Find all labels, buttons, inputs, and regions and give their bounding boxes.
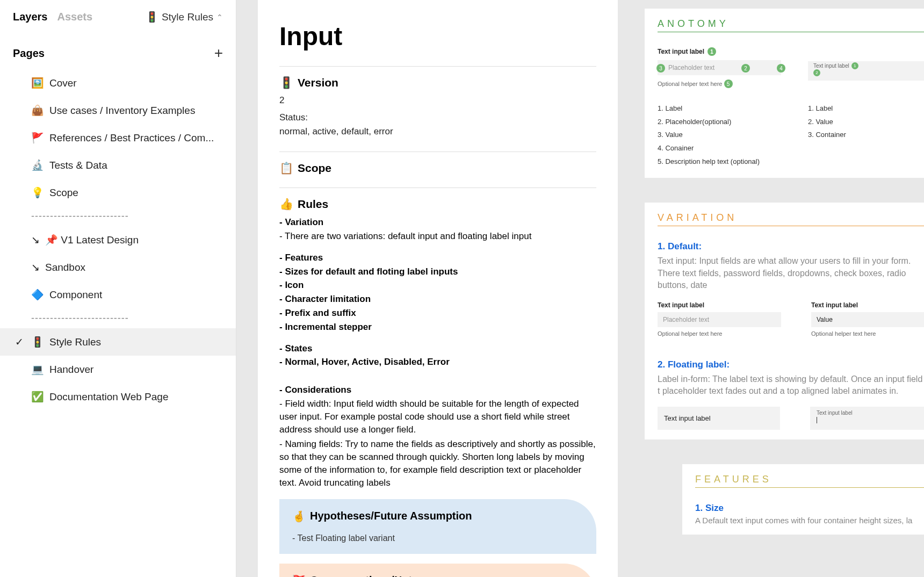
page-item-docs-web[interactable]: ✅Documentation Web Page [0, 383, 236, 410]
page-item-handover[interactable]: 💻Handover [0, 356, 236, 383]
list-item: 5. Description help text (optional) [658, 155, 781, 169]
add-page-button[interactable]: + [214, 45, 223, 62]
right-frames: ANOTOMY Text input label1 3Placeholder t… [645, 0, 924, 577]
badge-2-icon: 2 [741, 64, 750, 73]
page-label: Use cases / Inventory Examples [49, 105, 195, 117]
list-item: 1. Label [658, 102, 781, 116]
var-input-label: Text input label [811, 301, 924, 309]
page-item-style-rules[interactable]: ✓🚦Style Rules [0, 328, 236, 356]
variation-float-desc: Label in-form: The label text is showing… [658, 373, 924, 398]
var-input-helper: Optional helper text here [811, 330, 924, 337]
clipboard-icon: 📋 [279, 162, 293, 175]
callout-open-questions: 🚩Open questions/Notes - Text Field and T… [279, 564, 596, 577]
features-frame[interactable]: FEATURES 1. Size A Default text input co… [682, 464, 924, 535]
page-label: Documentation Web Page [49, 391, 168, 403]
callout-body: - Test Floating label variant [292, 533, 583, 543]
divider: -------------------------- [0, 308, 236, 328]
page-label: Sandbox [45, 262, 85, 273]
page-item-references[interactable]: 🚩References / Best Practices / Com... [0, 124, 236, 152]
page-item-cover[interactable]: 🖼️Cover [0, 69, 236, 97]
arrow-icon: ↘ [31, 261, 40, 273]
var-input-value: Value [811, 312, 924, 327]
rules-feature-item: - Prefix and suffix [279, 307, 596, 320]
sidebar-header: Layers Assets 🚦 Style Rules ⌃ [0, 0, 236, 34]
page-label: References / Best Practices / Com... [49, 132, 214, 144]
var-input-helper: Optional helper text here [658, 330, 781, 337]
badge-3-icon: 3 [656, 64, 665, 73]
tab-layers[interactable]: Layers [13, 11, 48, 23]
status-label: Status: [279, 112, 596, 124]
check-icon: ✓ [15, 336, 24, 348]
anatomy-frame[interactable]: ANOTOMY Text input label1 3Placeholder t… [645, 9, 924, 178]
page-item-v1-latest[interactable]: ↘📌 V1 Latest Design [0, 226, 236, 254]
fingers-crossed-icon: 🤞 [292, 510, 306, 523]
microscope-icon: 🔬 [31, 159, 44, 171]
page-item-component[interactable]: 🔷Component [0, 281, 236, 308]
badge-5-icon: 5 [724, 80, 733, 88]
doc-frame[interactable]: Input 🚦Version 2 Status: normal, active,… [258, 0, 618, 577]
traffic-light-icon: 🚦 [279, 76, 293, 89]
cursor-icon [817, 417, 817, 423]
page-label: Style Rules [49, 336, 101, 348]
picture-icon: 🖼️ [31, 77, 44, 89]
rules-variation-h: - Variation [279, 216, 596, 229]
rules-features-h: - Features [279, 251, 596, 264]
thumbs-up-icon: 👍 [279, 198, 293, 211]
list-item: 3. Container [808, 128, 924, 142]
anatomy-input-right: Text input label12 [808, 61, 924, 81]
tab-assets[interactable]: Assets [57, 11, 93, 23]
left-sidebar: Layers Assets 🚦 Style Rules ⌃ Pages + 🖼️… [0, 0, 236, 577]
flag-icon: 🚩 [292, 574, 306, 577]
anatomy-input: 3Placeholder text24 [658, 60, 781, 75]
anatomy-input-label: Text input label1 [658, 47, 781, 56]
variation-title: VARIATION [658, 212, 924, 226]
bag-icon: 👜 [31, 104, 44, 117]
feature-size-desc: A Default text input comes with four con… [695, 516, 924, 525]
section-label: Scope [298, 162, 331, 175]
anatomy-title: ANOTOMY [658, 18, 924, 32]
variation-default-desc: Text input: Input fields are what allow … [658, 255, 924, 291]
float-input-default: Text input label [658, 407, 780, 430]
rules-variation-t: - There are two variations: default inpu… [279, 230, 596, 243]
status-value: normal, active, default, error [279, 126, 596, 138]
rules-content: - Variation - There are two variations: … [279, 216, 596, 489]
page-item-tests[interactable]: 🔬Tests & Data [0, 152, 236, 179]
list-item: 4. Conainer [658, 142, 781, 155]
list-item: 1. Label [808, 102, 924, 116]
laptop-icon: 💻 [31, 363, 44, 376]
callout-title-text: Open questions/Notes [310, 574, 424, 577]
badge-1-icon: 1 [708, 47, 716, 56]
badge-2-icon: 2 [813, 69, 820, 76]
feature-size-h: 1. Size [695, 503, 924, 514]
pages-label: Pages [13, 47, 45, 60]
badge-4-icon: 4 [777, 64, 785, 73]
pages-header: Pages + [0, 34, 236, 69]
page-label: Scope [49, 187, 78, 199]
panel-tabs: Layers Assets [13, 11, 92, 23]
page-selector[interactable]: 🚦 Style Rules ⌃ [146, 11, 223, 23]
page-item-scope[interactable]: 💡Scope [0, 179, 236, 206]
float-small-label: Text input label [817, 410, 924, 416]
traffic-light-icon: 🚦 [31, 336, 44, 348]
page-item-sandbox[interactable]: ↘Sandbox [0, 254, 236, 281]
version-number: 2 [279, 95, 596, 106]
variation-frame[interactable]: VARIATION 1. Default: Text input: Input … [645, 203, 924, 439]
anatomy-left-list: 1. Label 2. Placeholder(optional) 3. Val… [658, 102, 781, 168]
section-version: 🚦Version [279, 76, 596, 89]
diamond-icon: 🔷 [31, 288, 44, 301]
section-label: Version [298, 76, 338, 89]
features-title: FEATURES [695, 474, 924, 488]
anatomy-right-list: 1. Label 2. Value 3. Container [808, 102, 924, 142]
doc-title: Input [279, 21, 596, 51]
page-label: Handover [49, 364, 93, 376]
chevron-up-icon: ⌃ [216, 13, 223, 21]
rules-states-t: - Normal, Hover, Active, Disabled, Error [279, 356, 596, 369]
list-item: 2. Value [808, 116, 924, 129]
page-item-usecases[interactable]: 👜Use cases / Inventory Examples [0, 97, 236, 124]
page-label: Tests & Data [49, 160, 107, 171]
rules-feature-item: - Sizes for default and floting label in… [279, 265, 596, 278]
canvas[interactable]: Input 🚦Version 2 Status: normal, active,… [236, 0, 924, 577]
bulb-icon: 💡 [31, 186, 44, 199]
float-input-active: Text input label [810, 407, 924, 430]
rules-feature-item: - Icon [279, 279, 596, 292]
